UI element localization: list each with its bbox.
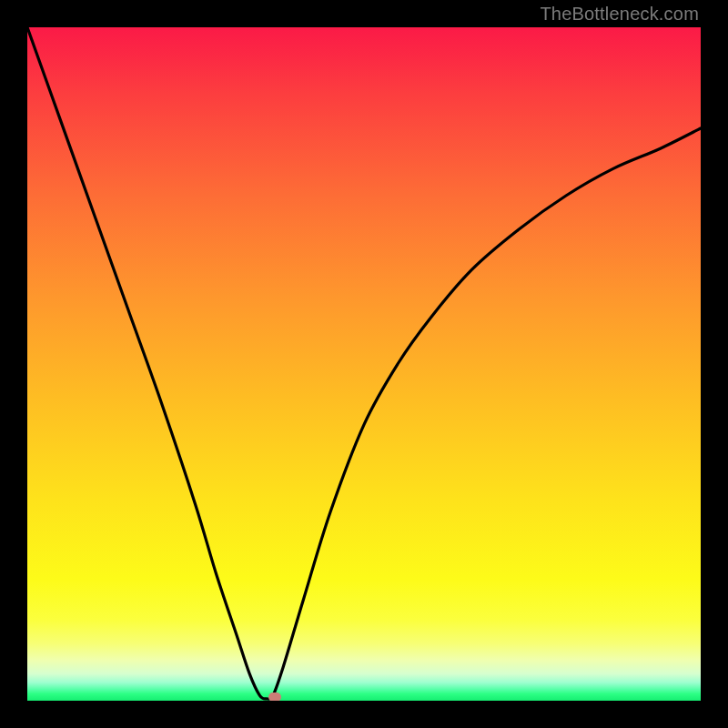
chart-frame: TheBottleneck.com (0, 0, 728, 728)
bottleneck-curve (27, 27, 701, 699)
watermark-text: TheBottleneck.com (540, 4, 699, 25)
curve-minimum-marker (268, 693, 281, 701)
curve-svg (27, 27, 701, 701)
plot-area (27, 27, 701, 701)
